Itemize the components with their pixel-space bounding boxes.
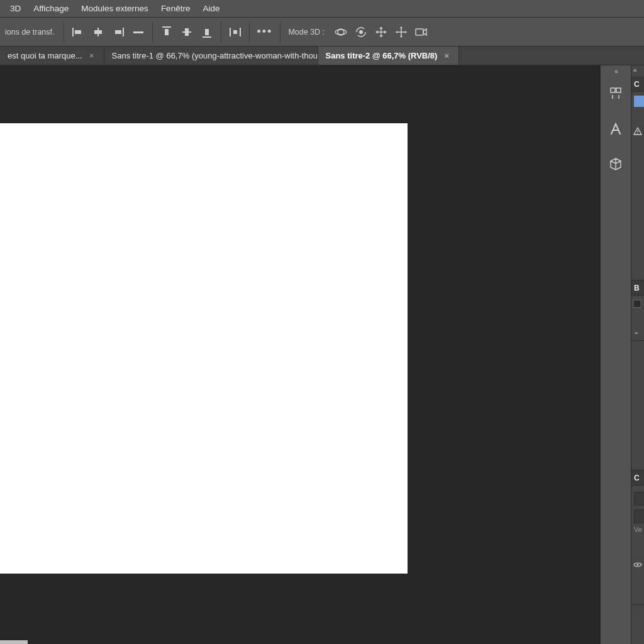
- svg-point-13: [396, 31, 398, 33]
- color-panel-body: [631, 92, 644, 280]
- svg-point-10: [359, 30, 363, 34]
- work-area: « « C B: [0, 65, 644, 644]
- svg-rect-6: [205, 29, 209, 35]
- menu-aide[interactable]: Aide: [196, 1, 226, 16]
- visibility-icon[interactable]: [633, 561, 642, 570]
- 3d-orbit-icon[interactable]: [333, 24, 349, 40]
- transform-options-label: ions de transf.: [0, 28, 60, 36]
- 3d-camera-icon[interactable]: [413, 24, 430, 40]
- canvas-viewport[interactable]: [0, 65, 600, 644]
- middle-panel-body: [631, 341, 644, 470]
- svg-point-18: [637, 133, 638, 134]
- panel-title: B: [634, 284, 640, 292]
- svg-rect-2: [115, 30, 121, 34]
- menu-3d[interactable]: 3D: [4, 1, 27, 16]
- options-separator: [249, 22, 250, 42]
- options-bar: ions de transf. ••• Mode 3D :: [0, 18, 644, 47]
- document-tab[interactable]: Sans titre-1 @ 66,7% (young-attractive-w…: [104, 47, 318, 65]
- canvas[interactable]: [0, 123, 408, 574]
- document-tabs: est quoi ta marque... × Sans titre-1 @ 6…: [0, 47, 644, 65]
- panel-group: [604, 148, 628, 180]
- svg-rect-4: [165, 29, 169, 35]
- svg-rect-15: [416, 29, 423, 35]
- align-center-h-icon[interactable]: [90, 24, 106, 40]
- align-center-v-icon[interactable]: [179, 24, 195, 40]
- right-panels: « C B ⌄ C Ve: [631, 65, 644, 644]
- options-separator: [152, 22, 153, 42]
- foreground-color-swatch[interactable]: [634, 96, 644, 107]
- more-options-icon[interactable]: •••: [253, 25, 277, 38]
- character-panel-icon[interactable]: [604, 117, 628, 141]
- svg-rect-17: [616, 88, 621, 92]
- layers-panel-body: Ve: [631, 486, 644, 605]
- panel-group: [604, 113, 628, 145]
- document-tab-label: Sans titre-1 @ 66,7% (young-attractive-w…: [112, 51, 318, 60]
- menu-bar: 3D Affichage Modules externes Fenêtre Ai…: [0, 0, 644, 18]
- collapsed-panels-strip: «: [600, 65, 631, 644]
- svg-point-9: [335, 30, 347, 35]
- brushes-panel-header[interactable]: B: [631, 280, 644, 296]
- align-left-icon[interactable]: [70, 24, 86, 40]
- options-separator: [64, 22, 64, 42]
- menu-fenetre[interactable]: Fenêtre: [155, 1, 197, 16]
- 3d-panel-icon[interactable]: [604, 152, 628, 176]
- distribute-icon[interactable]: [227, 24, 243, 40]
- align-stretch-h-icon[interactable]: [130, 24, 147, 40]
- mode-3d-label: Mode 3D :: [284, 28, 331, 36]
- svg-point-14: [405, 31, 407, 33]
- status-bar: [0, 640, 28, 644]
- close-icon[interactable]: ×: [87, 51, 96, 60]
- align-bottom-icon[interactable]: [199, 24, 215, 40]
- blend-mode-field[interactable]: [634, 509, 644, 523]
- history-panel-icon[interactable]: [604, 82, 628, 106]
- document-tab-active[interactable]: Sans titre-2 @ 66,7% (RVB/8) ×: [318, 47, 460, 65]
- align-top-icon[interactable]: [158, 24, 175, 40]
- 3d-move-icon[interactable]: [373, 24, 389, 40]
- menu-modules-externes[interactable]: Modules externes: [75, 1, 155, 16]
- document-tab-label: Sans titre-2 @ 66,7% (RVB/8): [326, 51, 438, 60]
- document-tab-label: est quoi ta marque...: [8, 51, 82, 60]
- document-tab[interactable]: est quoi ta marque... ×: [0, 47, 104, 65]
- close-icon[interactable]: ×: [442, 51, 451, 60]
- options-separator: [221, 22, 221, 42]
- color-panel-header[interactable]: C: [631, 77, 644, 92]
- brush-preview-icon[interactable]: [633, 299, 643, 309]
- panel-title: C: [634, 80, 640, 89]
- svg-rect-16: [611, 88, 615, 92]
- 3d-scale-icon[interactable]: [393, 24, 409, 40]
- 3d-rotate-icon[interactable]: [353, 24, 369, 40]
- svg-rect-0: [75, 30, 81, 34]
- align-right-icon[interactable]: [110, 24, 126, 40]
- lock-label: Ve: [631, 523, 644, 533]
- svg-rect-5: [185, 28, 189, 36]
- layers-panel-header[interactable]: C: [631, 470, 644, 486]
- options-separator: [280, 22, 280, 42]
- collapse-panels-icon[interactable]: «: [631, 65, 644, 74]
- svg-rect-3: [133, 31, 143, 33]
- svg-rect-19: [633, 300, 641, 308]
- menu-affichage[interactable]: Affichage: [27, 1, 75, 16]
- svg-point-20: [636, 564, 638, 565]
- panel-title: C: [634, 474, 640, 482]
- layer-kind-filter[interactable]: [634, 492, 644, 506]
- chevron-down-icon[interactable]: ⌄: [631, 326, 639, 337]
- brushes-panel-body: ⌄: [631, 296, 644, 341]
- expand-panels-icon[interactable]: «: [601, 67, 631, 75]
- panel-group: [604, 78, 628, 109]
- warning-icon: [633, 127, 642, 138]
- svg-rect-7: [233, 30, 237, 34]
- svg-point-11: [401, 26, 402, 28]
- svg-point-12: [401, 35, 402, 37]
- svg-rect-1: [94, 30, 102, 34]
